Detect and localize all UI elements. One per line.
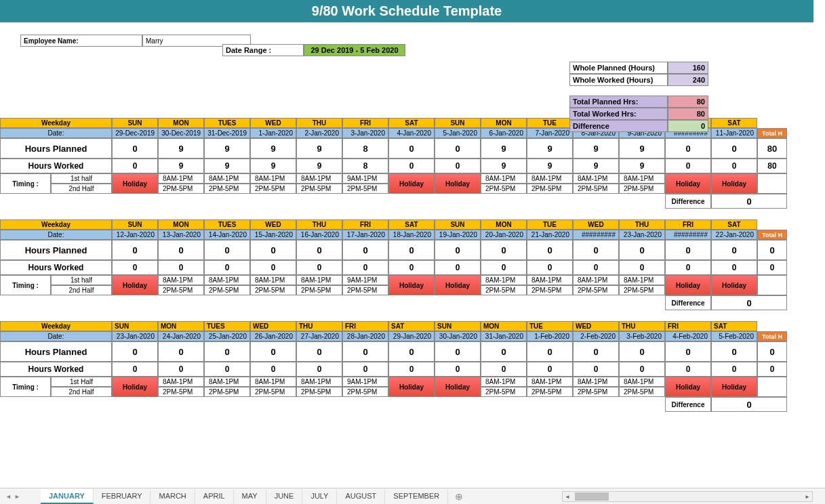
hours-planned-cell[interactable]: 9 bbox=[296, 138, 342, 159]
hours-planned-cell[interactable]: 0 bbox=[158, 240, 204, 260]
date-cell[interactable]: 4-Feb-2020 bbox=[665, 331, 711, 341]
hours-planned-cell[interactable]: 0 bbox=[619, 341, 665, 362]
hours-worked-cell[interactable]: 9 bbox=[296, 159, 342, 173]
date-cell[interactable]: 30-Dec-2019 bbox=[158, 128, 204, 138]
first-half-cell[interactable]: 8AM-1PM bbox=[481, 173, 527, 184]
second-half-cell[interactable]: 2PM-5PM bbox=[158, 184, 204, 194]
hours-worked-cell[interactable]: 0 bbox=[112, 362, 158, 377]
hours-planned-cell[interactable]: 0 bbox=[481, 341, 527, 362]
hours-worked-cell[interactable]: 9 bbox=[481, 159, 527, 173]
hours-planned-cell[interactable]: 9 bbox=[619, 138, 665, 159]
hours-worked-cell[interactable]: 0 bbox=[296, 260, 342, 275]
holiday-cell[interactable]: Holiday bbox=[388, 173, 435, 194]
hours-worked-cell[interactable]: 0 bbox=[296, 362, 342, 377]
date-cell[interactable]: 31-Dec-2019 bbox=[204, 128, 250, 138]
hours-worked-cell[interactable]: 0 bbox=[112, 260, 158, 275]
holiday-cell[interactable]: Holiday bbox=[112, 173, 158, 194]
holiday-cell[interactable]: Holiday bbox=[435, 377, 481, 397]
first-half-cell[interactable]: 8AM-1PM bbox=[204, 275, 250, 285]
hours-planned-cell[interactable]: 0 bbox=[204, 240, 250, 260]
hours-worked-cell[interactable]: 0 bbox=[158, 260, 204, 275]
date-cell[interactable]: 2-Feb-2020 bbox=[573, 331, 619, 341]
hours-planned-cell[interactable]: 0 bbox=[711, 138, 757, 159]
holiday-cell[interactable]: Holiday bbox=[665, 173, 711, 194]
hours-worked-cell[interactable]: 0 bbox=[527, 362, 573, 377]
hours-worked-cell[interactable]: 0 bbox=[619, 260, 665, 275]
hours-worked-cell[interactable]: 0 bbox=[711, 159, 757, 173]
first-half-cell[interactable]: 8AM-1PM bbox=[619, 377, 665, 387]
hours-worked-cell[interactable]: 0 bbox=[481, 362, 527, 377]
second-half-cell[interactable]: 2PM-5PM bbox=[158, 285, 204, 295]
hours-planned-cell[interactable]: 8 bbox=[342, 138, 388, 159]
date-cell[interactable]: 5-Feb-2020 bbox=[711, 331, 757, 341]
scroll-right-icon[interactable]: ► bbox=[803, 492, 812, 501]
first-half-cell[interactable]: 8AM-1PM bbox=[296, 275, 342, 285]
hours-planned-cell[interactable]: 0 bbox=[296, 341, 342, 362]
hours-worked-cell[interactable]: 0 bbox=[711, 362, 757, 377]
date-cell[interactable]: 28-Jan-2020 bbox=[342, 331, 388, 341]
hours-worked-cell[interactable]: 0 bbox=[204, 260, 250, 275]
date-cell[interactable]: 14-Jan-2020 bbox=[204, 230, 250, 240]
date-cell[interactable]: 5-Jan-2020 bbox=[435, 128, 481, 138]
hours-worked-cell[interactable]: 0 bbox=[158, 362, 204, 377]
date-cell[interactable]: ######### bbox=[665, 230, 711, 240]
first-half-cell[interactable]: 8AM-1PM bbox=[204, 173, 250, 184]
date-cell[interactable]: 26-Jan-2020 bbox=[250, 331, 296, 341]
second-half-cell[interactable]: 2PM-5PM bbox=[527, 285, 573, 295]
first-half-cell[interactable]: 8AM-1PM bbox=[573, 275, 619, 285]
date-cell[interactable]: 31-Jan-2020 bbox=[481, 331, 527, 341]
hours-worked-cell[interactable]: 0 bbox=[665, 159, 711, 173]
date-cell[interactable]: 18-Jan-2020 bbox=[388, 230, 435, 240]
hours-worked-cell[interactable]: 0 bbox=[388, 260, 435, 275]
hours-planned-cell[interactable]: 9 bbox=[204, 138, 250, 159]
second-half-cell[interactable]: 2PM-5PM bbox=[250, 387, 296, 397]
date-cell[interactable]: 16-Jan-2020 bbox=[296, 230, 342, 240]
first-half-cell[interactable]: 8AM-1PM bbox=[481, 377, 527, 387]
first-half-cell[interactable]: 8AM-1PM bbox=[250, 173, 296, 184]
hours-planned-cell[interactable]: 0 bbox=[296, 240, 342, 260]
hours-worked-cell[interactable]: 0 bbox=[527, 260, 573, 275]
sheet-tab-january[interactable]: JANUARY bbox=[41, 489, 94, 504]
first-half-cell[interactable]: 8AM-1PM bbox=[527, 173, 573, 184]
date-cell[interactable]: 1-Feb-2020 bbox=[527, 331, 573, 341]
scrollbar-thumb[interactable] bbox=[575, 492, 609, 501]
hours-worked-cell[interactable]: 0 bbox=[665, 362, 711, 377]
date-cell[interactable]: 6-Jan-2020 bbox=[481, 128, 527, 138]
date-cell[interactable]: 3-Feb-2020 bbox=[619, 331, 665, 341]
hours-planned-cell[interactable]: 9 bbox=[573, 138, 619, 159]
sheet-tab-september[interactable]: SEPTEMBER bbox=[385, 489, 448, 504]
second-half-cell[interactable]: 2PM-5PM bbox=[619, 387, 665, 397]
first-half-cell[interactable]: 8AM-1PM bbox=[158, 377, 204, 387]
holiday-cell[interactable]: Holiday bbox=[711, 377, 757, 397]
horizontal-scrollbar[interactable]: ◄ ► bbox=[562, 491, 813, 502]
date-cell[interactable]: 19-Jan-2020 bbox=[435, 230, 481, 240]
first-half-cell[interactable]: 8AM-1PM bbox=[573, 173, 619, 184]
date-cell[interactable]: 11-Jan-2020 bbox=[711, 128, 757, 138]
hours-worked-cell[interactable]: 0 bbox=[481, 260, 527, 275]
sheet-tab-august[interactable]: AUGUST bbox=[337, 489, 385, 504]
hours-planned-cell[interactable]: 0 bbox=[342, 341, 388, 362]
hours-planned-cell[interactable]: 0 bbox=[388, 341, 435, 362]
holiday-cell[interactable]: Holiday bbox=[388, 275, 435, 295]
hours-planned-cell[interactable]: 0 bbox=[112, 341, 158, 362]
first-half-cell[interactable]: 8AM-1PM bbox=[204, 377, 250, 387]
hours-planned-cell[interactable]: 0 bbox=[665, 240, 711, 260]
date-cell[interactable]: 15-Jan-2020 bbox=[250, 230, 296, 240]
holiday-cell[interactable]: Holiday bbox=[435, 275, 481, 295]
hours-planned-cell[interactable]: 0 bbox=[665, 138, 711, 159]
hours-planned-cell[interactable]: 0 bbox=[711, 240, 757, 260]
hours-planned-cell[interactable]: 0 bbox=[527, 341, 573, 362]
second-half-cell[interactable]: 2PM-5PM bbox=[296, 184, 342, 194]
hours-worked-cell[interactable]: 9 bbox=[204, 159, 250, 173]
hours-worked-cell[interactable]: 0 bbox=[342, 260, 388, 275]
hours-worked-cell[interactable]: 0 bbox=[250, 362, 296, 377]
hours-planned-cell[interactable]: 9 bbox=[481, 138, 527, 159]
hours-planned-cell[interactable]: 0 bbox=[342, 240, 388, 260]
date-cell[interactable]: 21-Jan-2020 bbox=[527, 230, 573, 240]
date-cell[interactable]: 2-Jan-2020 bbox=[296, 128, 342, 138]
hours-worked-cell[interactable]: 0 bbox=[573, 362, 619, 377]
first-half-cell[interactable]: 8AM-1PM bbox=[158, 275, 204, 285]
second-half-cell[interactable]: 2PM-5PM bbox=[573, 184, 619, 194]
first-half-cell[interactable]: 8AM-1PM bbox=[296, 377, 342, 387]
first-half-cell[interactable]: 8AM-1PM bbox=[619, 173, 665, 184]
